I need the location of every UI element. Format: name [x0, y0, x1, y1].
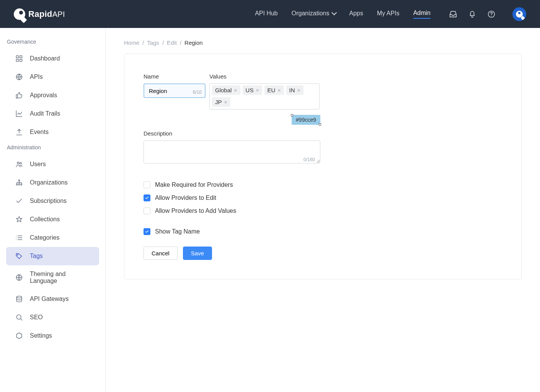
sidebar-item-tags[interactable]: Tags — [6, 247, 99, 265]
sidebar-item-label: Events — [30, 129, 49, 136]
sidebar-item-label: Approvals — [30, 92, 57, 99]
chevron-down-icon — [332, 10, 337, 15]
sidebar-group-label: Governance — [0, 36, 105, 49]
description-input[interactable] — [144, 140, 320, 163]
checkmark-icon — [145, 196, 149, 200]
sidebar-item-label: Organizations — [30, 179, 68, 186]
sidebar-item-apis[interactable]: APIs — [6, 68, 99, 86]
grid-icon — [15, 55, 23, 62]
sidebar-item-organizations[interactable]: Organizations — [6, 173, 99, 192]
sidebar-item-label: Tags — [30, 253, 43, 260]
sidebar-item-label: API Gateways — [30, 296, 69, 302]
sidebar-item-events[interactable]: Events — [6, 123, 99, 141]
primary-nav: API HubOrganizationsAppsMy APIsAdmin — [255, 10, 431, 19]
logo-mark-icon — [14, 8, 25, 20]
search-icon — [15, 314, 23, 321]
breadcrumb-edit[interactable]: Edit — [167, 39, 177, 46]
checkbox[interactable] — [144, 207, 150, 214]
users-icon — [15, 160, 23, 168]
checkbox-label: Make Required for Providers — [155, 181, 233, 188]
name-char-count: 6/10 — [193, 90, 202, 95]
sidebar-item-label: SEO — [30, 314, 43, 321]
sidebar-item-label: Users — [30, 161, 46, 168]
checkbox[interactable] — [144, 181, 150, 188]
remove-chip-icon[interactable]: × — [277, 87, 281, 93]
main-content: Home/Tags/Edit/Region Name 6/10 Values G… — [106, 28, 540, 392]
description-label: Description — [144, 130, 502, 137]
checkbox-label: Allow Providers to Edit — [155, 194, 216, 201]
remove-chip-icon[interactable]: × — [297, 87, 300, 93]
breadcrumb-region: Region — [184, 39, 203, 46]
tag-icon — [15, 252, 23, 260]
checkbox-row: Allow Providers to Edit — [144, 194, 502, 201]
nav-link-apps[interactable]: Apps — [349, 10, 363, 18]
name-label: Name — [144, 73, 206, 80]
inbox-icon[interactable] — [449, 10, 457, 18]
save-button[interactable]: Save — [183, 247, 212, 260]
sidebar-item-categories[interactable]: Categories — [6, 229, 99, 247]
nav-link-organizations[interactable]: Organizations — [292, 10, 336, 18]
nav-link-admin[interactable]: Admin — [413, 10, 431, 19]
sidebar-item-settings[interactable]: Settings — [6, 327, 99, 345]
checkbox-row: Show Tag Name — [144, 228, 502, 235]
checkbox-row: Allow Providers to Add Values — [144, 207, 502, 214]
sidebar-item-seo[interactable]: SEO — [6, 308, 99, 327]
breadcrumb-home[interactable]: Home — [124, 39, 139, 46]
value-chip: EU× — [264, 85, 284, 95]
sidebar-item-dashboard[interactable]: Dashboard — [6, 49, 99, 68]
chip-label: EU — [268, 87, 276, 93]
bell-icon[interactable] — [468, 10, 476, 18]
value-chip: US× — [243, 85, 262, 95]
help-icon[interactable] — [487, 10, 496, 18]
hex-icon — [15, 332, 23, 340]
chip-label: IN — [289, 87, 295, 93]
sidebar-item-theming-and-language[interactable]: Theming and Language — [6, 265, 99, 290]
sidebar-item-api-gateways[interactable]: API Gateways — [6, 290, 99, 308]
chart-icon — [15, 110, 23, 118]
cancel-button[interactable]: Cancel — [144, 247, 178, 260]
brand-name: RapidAPI — [28, 9, 65, 19]
sidebar-item-subscriptions[interactable]: Subscriptions — [6, 192, 99, 210]
checkbox[interactable] — [144, 194, 150, 201]
breadcrumb-tags[interactable]: Tags — [147, 39, 159, 46]
sidebar-item-collections[interactable]: Collections — [6, 210, 99, 229]
sidebar-item-label: Subscriptions — [30, 198, 67, 204]
sidebar-item-label: Settings — [30, 332, 52, 339]
list-icon — [15, 234, 23, 242]
sidebar-item-audit-trails[interactable]: Audit Trails — [6, 105, 99, 123]
sidebar-item-approvals[interactable]: Approvals — [6, 86, 99, 105]
globe-icon — [15, 274, 23, 281]
sidebar-item-label: Categories — [30, 234, 59, 241]
check-icon — [15, 197, 23, 205]
edit-tag-form: Name 6/10 Values Global×US×EU×IN×JP× #99… — [124, 54, 522, 279]
checkbox-row: Make Required for Providers — [144, 181, 502, 188]
checkbox-label: Show Tag Name — [155, 228, 200, 235]
values-input[interactable]: Global×US×EU×IN×JP× — [209, 83, 320, 109]
remove-chip-icon[interactable]: × — [224, 99, 227, 105]
value-chip: IN× — [286, 85, 303, 95]
brand-logo[interactable]: RapidAPI — [14, 8, 65, 20]
upload-icon — [15, 128, 23, 136]
remove-chip-icon[interactable]: × — [234, 87, 237, 93]
chip-label: US — [246, 87, 254, 93]
nav-link-my-apis[interactable]: My APIs — [377, 10, 400, 18]
sidebar-item-label: Dashboard — [30, 55, 60, 62]
checkmark-icon — [145, 229, 149, 234]
checkbox-label: Allow Providers to Add Values — [155, 207, 236, 214]
sidebar: GovernanceDashboardAPIsApprovalsAudit Tr… — [0, 28, 106, 392]
sidebar-item-users[interactable]: Users — [6, 155, 99, 173]
tree-icon — [15, 179, 23, 186]
sidebar-group-label: Administration — [0, 141, 105, 155]
avatar[interactable] — [512, 7, 526, 21]
values-label: Values — [209, 73, 320, 80]
description-char-count: 0/160 — [303, 157, 315, 162]
checkbox[interactable] — [144, 228, 150, 235]
color-swatch[interactable]: #99cce9 — [292, 115, 320, 125]
sidebar-item-label: Audit Trails — [30, 110, 60, 117]
remove-chip-icon[interactable]: × — [256, 87, 259, 93]
sidebar-item-label: Collections — [30, 216, 60, 223]
value-chip: Global× — [212, 85, 240, 95]
nav-link-api-hub[interactable]: API Hub — [255, 10, 278, 18]
chip-label: Global — [215, 87, 232, 93]
aperture-icon — [15, 73, 23, 81]
